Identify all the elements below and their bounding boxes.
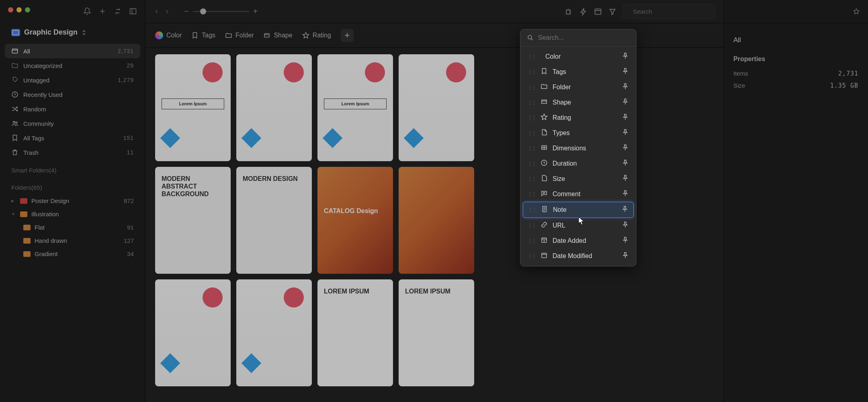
filter-rating[interactable]: Rating — [302, 32, 331, 39]
slider-thumb[interactable] — [200, 8, 206, 14]
layout-icon[interactable] — [594, 8, 602, 16]
pin-icon[interactable] — [622, 113, 629, 122]
thumbnail[interactable]: LOREM IPSUM — [317, 279, 393, 386]
pin-icon[interactable] — [622, 144, 629, 153]
dropdown-item-duration[interactable]: ⋮⋮Duration — [523, 156, 634, 171]
folder-hand-drawn[interactable]: Hand drawn 127 — [0, 234, 145, 247]
thumbnail[interactable]: MODERN ABSTRACT BACKGROUND — [155, 167, 231, 274]
grip-icon[interactable]: ⋮⋮ — [528, 69, 536, 75]
filter-color[interactable]: Color — [155, 31, 182, 39]
filter-shape[interactable]: Shape — [263, 32, 292, 39]
add-filter-button[interactable]: + — [341, 29, 354, 42]
dropdown-item-dimensions[interactable]: ⋮⋮Dimensions — [523, 141, 634, 156]
grip-icon[interactable]: ⋮⋮ — [528, 238, 536, 244]
filter-tags[interactable]: Tags — [191, 32, 215, 39]
search-input[interactable] — [633, 8, 709, 15]
thumbnail[interactable] — [155, 279, 231, 386]
grip-icon[interactable]: ⋮⋮ — [528, 54, 536, 59]
smart-folders-heading[interactable]: Smart Folders(4) — [0, 160, 145, 177]
dropdown-item-tags[interactable]: ⋮⋮Tags — [523, 64, 634, 80]
chevron-right-icon[interactable]: ▶ — [11, 199, 16, 203]
library-switcher[interactable]: Graphic Design — [0, 24, 145, 44]
folder-illustration[interactable]: ▼ Illustration — [0, 207, 145, 221]
global-search[interactable] — [623, 4, 715, 19]
puzzle-icon[interactable] — [565, 8, 573, 16]
filter-folder[interactable]: Folder — [225, 32, 254, 39]
grip-icon[interactable]: ⋮⋮ — [528, 130, 536, 136]
zoom-slider[interactable]: − + — [184, 7, 258, 16]
folder-gradient[interactable]: Gradient 34 — [0, 247, 145, 260]
thumbnail[interactable]: MODERN DESIGN — [236, 167, 312, 274]
pin-icon[interactable] — [622, 83, 629, 92]
dropdown-search-input[interactable] — [538, 34, 630, 41]
dropdown-item-folder[interactable]: ⋮⋮Folder — [523, 80, 634, 95]
folder-poster-design[interactable]: ▶ Poster Design 872 — [0, 194, 145, 207]
thumbnail[interactable]: Lorem Ipsum — [317, 54, 393, 161]
thumbnail[interactable]: LOREM IPSUM — [399, 279, 474, 386]
transfer-icon[interactable] — [114, 7, 122, 15]
pin-icon[interactable] — [622, 129, 629, 137]
dropdown-item-date_added[interactable]: ⋮⋮Date Added — [523, 233, 634, 248]
grip-icon[interactable]: ⋮⋮ — [528, 146, 536, 151]
thumbnail[interactable]: Lorem Ipsum — [155, 54, 231, 161]
dropdown-item-shape[interactable]: ⋮⋮Shape — [523, 95, 634, 110]
pin-icon[interactable] — [622, 159, 629, 168]
close-window[interactable] — [8, 7, 13, 12]
plus-icon[interactable] — [98, 7, 106, 15]
dropdown-item-types[interactable]: ⋮⋮Types — [523, 125, 634, 141]
grip-icon[interactable]: ⋮⋮ — [528, 115, 536, 121]
pin-icon[interactable] — [621, 205, 628, 214]
grip-icon[interactable]: ⋮⋮ — [528, 207, 536, 213]
thumbnail[interactable] — [236, 54, 312, 161]
pin-icon[interactable] — [622, 236, 629, 245]
folder-flat[interactable]: Flat 91 — [0, 221, 145, 234]
thumbnail[interactable] — [399, 167, 474, 274]
grip-icon[interactable]: ⋮⋮ — [528, 223, 536, 228]
sidebar-item-recently-used[interactable]: Recently Used — [5, 87, 140, 102]
pin-icon[interactable] — [622, 68, 629, 76]
thumbnail[interactable] — [236, 279, 312, 386]
grip-icon[interactable]: ⋮⋮ — [528, 253, 536, 259]
sidebar-item-untagged[interactable]: Untagged 1,279 — [5, 73, 140, 87]
back-icon[interactable] — [154, 8, 160, 15]
zoom-in-icon[interactable]: + — [253, 7, 258, 16]
dropdown-item-comment[interactable]: ⋮⋮Comment — [523, 187, 634, 202]
dropdown-search[interactable] — [520, 29, 636, 47]
grip-icon[interactable]: ⋮⋮ — [528, 100, 536, 105]
slider-track[interactable] — [193, 11, 249, 12]
thumbnail[interactable] — [399, 54, 474, 161]
bell-icon[interactable] — [83, 7, 91, 15]
sidebar-item-all-tags[interactable]: All Tags 151 — [5, 131, 140, 145]
bolt-icon[interactable] — [579, 8, 588, 16]
zoom-window[interactable] — [25, 7, 30, 12]
grip-icon[interactable]: ⋮⋮ — [528, 84, 536, 90]
dropdown-item-color[interactable]: ⋮⋮Color — [523, 49, 634, 64]
dropdown-item-note[interactable]: ⋮⋮Note — [523, 202, 634, 218]
sidebar-toggle-icon[interactable] — [129, 7, 137, 15]
pin-icon[interactable] — [622, 221, 629, 230]
filter-icon[interactable] — [608, 8, 616, 16]
pin-icon[interactable] — [853, 8, 860, 15]
zoom-out-icon[interactable]: − — [184, 7, 189, 16]
sidebar-item-community[interactable]: Community — [5, 116, 140, 131]
grip-icon[interactable]: ⋮⋮ — [528, 161, 536, 166]
pin-icon[interactable] — [622, 52, 629, 61]
folders-heading[interactable]: Folders(65) — [0, 177, 145, 194]
minimize-window[interactable] — [16, 7, 22, 12]
dropdown-item-date_modified[interactable]: ⋮⋮Date Modified — [523, 248, 634, 264]
forward-icon[interactable] — [164, 8, 170, 15]
dropdown-item-rating[interactable]: ⋮⋮Rating — [523, 110, 634, 125]
pin-icon[interactable] — [622, 174, 629, 183]
sidebar-item-all[interactable]: All 2,731 — [5, 44, 140, 58]
grip-icon[interactable]: ⋮⋮ — [528, 176, 536, 182]
dropdown-item-url[interactable]: ⋮⋮URL — [523, 218, 634, 233]
pin-icon[interactable] — [622, 98, 629, 107]
sidebar-item-trash[interactable]: Trash 11 — [5, 145, 140, 160]
dropdown-item-size[interactable]: ⋮⋮Size — [523, 171, 634, 187]
grip-icon[interactable]: ⋮⋮ — [528, 191, 536, 197]
pin-icon[interactable] — [622, 252, 629, 260]
pin-icon[interactable] — [622, 190, 629, 199]
chevron-down-icon[interactable]: ▼ — [11, 212, 16, 216]
sidebar-item-random[interactable]: Random — [5, 102, 140, 116]
sidebar-item-uncategorized[interactable]: Uncategorized 29 — [5, 58, 140, 73]
